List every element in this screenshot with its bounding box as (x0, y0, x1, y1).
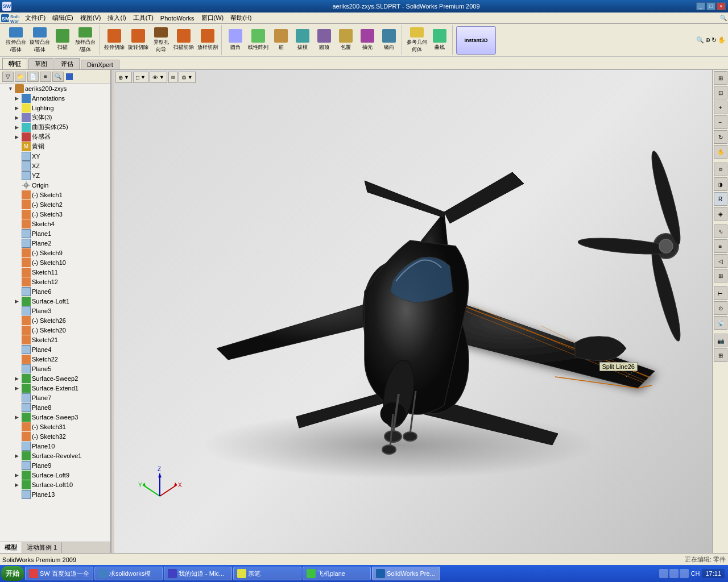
tree-item-solid[interactable]: ▶ 实体(3) (0, 113, 110, 122)
mirror-button[interactable]: 镜向 (379, 26, 399, 55)
tree-item-yz[interactable]: YZ (0, 171, 110, 180)
menu-insert[interactable]: 插入(I) (104, 13, 129, 23)
tray-icon-2[interactable] (669, 569, 679, 578)
mass-properties-button[interactable]: ⊙ (714, 301, 727, 315)
tree-item-surfloft1[interactable]: ▶ Surface-Loft1 (0, 296, 110, 306)
tree-item-lighting[interactable]: ▶ Lighting (0, 103, 110, 113)
revolve-boss-button[interactable]: 旋转凸台/基体 (28, 26, 51, 55)
view-selector-button[interactable]: ⊞ (714, 71, 727, 85)
taskbar-item-mik[interactable]: 我的知道 - Mic... (164, 567, 232, 580)
tree-item-surfloft10[interactable]: ▶ Surface-Loft10 (0, 480, 110, 489)
tree-item-sketch20[interactable]: (-) Sketch20 (0, 325, 110, 335)
tree-item-sketch9[interactable]: (-) Sketch9 (0, 248, 110, 257)
curvature-button[interactable]: ∿ (714, 225, 727, 238)
tree-item-xz[interactable]: XZ (0, 161, 110, 171)
tree-item-surfloft9[interactable]: ▶ Surface-Loft9 (0, 470, 110, 480)
tree-item-plane8[interactable]: Plane8 (0, 402, 110, 412)
menu-view[interactable]: 视图(V) (77, 13, 105, 23)
pattern-button[interactable]: 线性阵列 (247, 26, 270, 55)
filter-button[interactable]: ▽ (2, 72, 14, 82)
sensors-button[interactable]: 📡 (714, 316, 727, 330)
sweep-cut-button[interactable]: 扫描切除 (172, 26, 195, 55)
taskbar-item-notes[interactable]: 亲笔 (233, 567, 301, 580)
viewport[interactable]: ⊕▼ □▼ 👁▼ ⧆ ⚙▼ (114, 70, 712, 553)
tray-icon-3[interactable] (680, 569, 689, 578)
tree-item-plane7[interactable]: Plane7 (0, 393, 110, 402)
tree-item-surface[interactable]: ▶ 曲面实体(25) (0, 122, 110, 132)
tree-item-root[interactable]: ▼ aeriks200-zxys (0, 84, 110, 93)
tree-item-sketch12[interactable]: Sketch12 (0, 277, 110, 286)
zoom-in-button[interactable]: + (714, 101, 727, 114)
realview-button[interactable]: R (714, 192, 727, 206)
tree-search-button[interactable]: 🔍 (52, 72, 64, 82)
extrude-cut-button[interactable]: 拉伸切除 (103, 26, 126, 55)
tree-item-surfsweep2[interactable]: ▶ Surface-Sweep2 (0, 373, 110, 383)
rotate-view-button[interactable]: ↻ (714, 130, 727, 144)
section-view-button[interactable]: ⧈ (714, 163, 727, 176)
tree-item-origin[interactable]: Origin (0, 180, 110, 190)
tree-item-plane4[interactable]: Plane4 (0, 344, 110, 354)
display-style-button[interactable]: ◑ (714, 177, 727, 191)
tree-item-surfrevolve1[interactable]: ▶ Surface-Revolve1 (0, 451, 110, 460)
tree-item-plane10[interactable]: Plane10 (0, 441, 110, 451)
pan-view-button[interactable]: ✋ (714, 145, 727, 159)
dome-button[interactable]: 圆顶 (314, 26, 334, 55)
loft-cut-button[interactable]: 放样切割 (196, 26, 219, 55)
zebra-stripes-button[interactable]: ≡ (714, 239, 727, 253)
curves-button[interactable]: 曲线 (429, 26, 450, 55)
view-orient-button[interactable]: ⊕▼ (115, 72, 132, 83)
tree-item-sketch11[interactable]: Sketch11 (0, 267, 110, 277)
locale-indicator[interactable]: CH (691, 570, 700, 577)
rotate-icon[interactable]: ↻ (712, 36, 717, 44)
tree-item-sketch2[interactable]: (-) Sketch2 (0, 199, 110, 209)
tree-item-plane1[interactable]: Plane1 (0, 228, 110, 238)
tree-item-sketch22[interactable]: Sketch22 (0, 354, 110, 364)
measure-button[interactable]: ⊢ (714, 286, 727, 300)
zoom-in-icon[interactable]: ⊕ (705, 36, 710, 44)
menu-tools[interactable]: 工具(T) (130, 13, 157, 23)
tree-item-surfsweep3[interactable]: ▶ Surface-Sweep3 (0, 412, 110, 422)
restore-button[interactable]: □ (706, 2, 715, 10)
pan-icon[interactable]: ✋ (718, 36, 726, 44)
view-settings-button[interactable]: ⚙▼ (179, 72, 196, 83)
tree-item-material[interactable]: M 黄铜 (0, 142, 110, 151)
collapse-button[interactable]: 📄 (27, 72, 39, 82)
menu-photoworks[interactable]: PhotoWorks (157, 14, 198, 23)
extrude-boss-button[interactable]: 拉伸凸台/基体 (5, 26, 27, 55)
minimize-button[interactable]: _ (696, 2, 705, 10)
window-controls[interactable]: _ □ × (696, 2, 726, 10)
grid-button[interactable]: ⊞ (714, 348, 727, 362)
appearances-button[interactable]: ◈ (714, 207, 727, 221)
tree-item-plane3[interactable]: Plane3 (0, 306, 110, 315)
draft-analysis-button[interactable]: ◁ (714, 254, 727, 268)
model-tab[interactable]: 模型 (0, 542, 22, 553)
taskbar-item-sw[interactable]: SW 百度知道一全 (25, 567, 93, 580)
properties-button[interactable]: ≡ (40, 72, 51, 82)
section-view-button[interactable]: ⧆ (168, 72, 177, 83)
rib-button[interactable]: 筋 (271, 26, 291, 55)
tree-item-plane2[interactable]: Plane2 (0, 238, 110, 248)
tree-item-sketch3[interactable]: (-) Sketch3 (0, 209, 110, 219)
tree-item-sketch26[interactable]: (-) Sketch26 (0, 315, 110, 325)
tree-item-sketch31[interactable]: (-) Sketch31 (0, 422, 110, 431)
menu-edit[interactable]: 编辑(E) (49, 13, 77, 23)
zoom-fit-icon[interactable]: 🔍 (696, 36, 704, 44)
shell-button[interactable]: 抽壳 (357, 26, 378, 55)
tree-item-plane6[interactable]: Plane6 (0, 286, 110, 296)
symmetry-check-button[interactable]: ⊞ (714, 269, 727, 282)
tree-item-plane13[interactable]: Plane13 (0, 489, 110, 499)
tree-item-sketch10[interactable]: (-) Sketch10 (0, 257, 110, 267)
menu-help[interactable]: 帮助(H) (227, 13, 255, 23)
taskbar-item-solidworks-search[interactable]: 求solidworks模 (94, 567, 163, 580)
tab-evaluate[interactable]: 评估 (55, 58, 80, 69)
wrap-button[interactable]: 包覆 (336, 26, 356, 55)
zoom-out-button[interactable]: − (714, 115, 727, 129)
tab-dimxpert[interactable]: DimXpert (81, 60, 119, 69)
tab-sketch[interactable]: 草图 (28, 58, 53, 69)
close-button[interactable]: × (717, 2, 726, 10)
tree-item-surfextend1[interactable]: ▶ Surface-Extend1 (0, 383, 110, 393)
taskbar-item-solidworks[interactable]: SolidWorks Pre... (372, 567, 440, 580)
tree-item-sketch4[interactable]: Sketch4 (0, 219, 110, 228)
display-style-button[interactable]: □▼ (133, 72, 148, 83)
menu-file[interactable]: 文件(F) (22, 13, 49, 23)
